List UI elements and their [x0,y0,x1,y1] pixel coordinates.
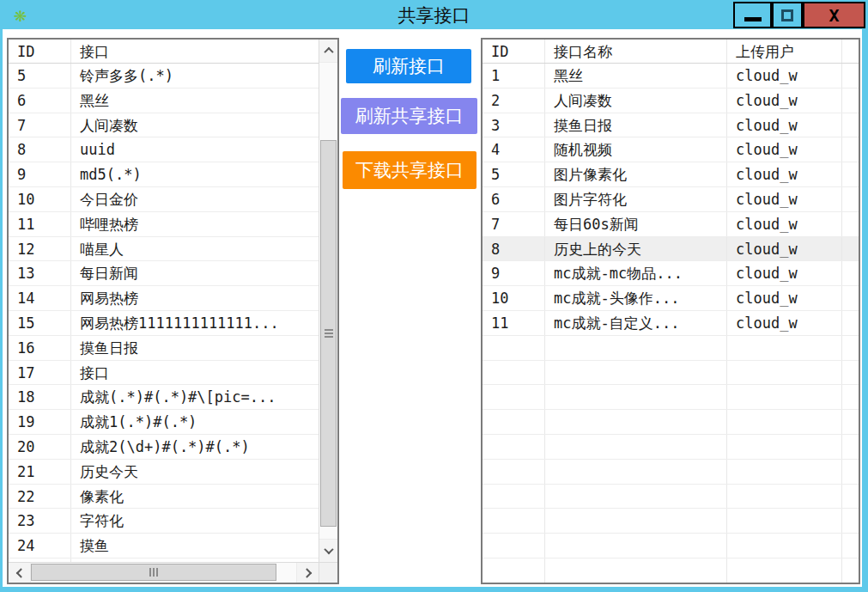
table-cell: 随机视频 [545,137,727,162]
table-row[interactable] [483,485,859,510]
app-window: ❋ 共享接口 X ID 接口 5铃声多多(.*)6黑丝7人间凑数8uuid9md… [0,0,868,592]
horizontal-scrollbar[interactable] [9,562,319,583]
table-cell: 12 [9,237,71,261]
table-row[interactable] [483,509,859,534]
table-cell: mc成就-mc物品... [545,261,727,285]
table-row[interactable] [483,410,859,435]
header-name[interactable]: 接口名称 [545,40,727,63]
table-cell [483,435,545,459]
table-row[interactable] [483,336,859,361]
table-row[interactable]: 11mc成就-自定义...cloud_w [483,311,859,336]
table-cell [842,137,859,162]
table-cell [545,336,727,360]
table-cell: uuid [71,137,319,162]
chevron-down-icon [324,545,333,554]
table-row[interactable]: 8历史上的今天cloud_w [483,237,859,262]
table-row[interactable]: 24摸鱼 [9,534,319,558]
table-cell: 2 [483,88,545,113]
table-cell: 24 [9,534,71,558]
table-cell: cloud_w [727,261,842,285]
table-row[interactable]: 2人间凑数cloud_w [483,88,859,113]
table-row[interactable]: 10今日金价 [9,187,319,212]
table-row[interactable]: 20成就2(\d+)#(.*)#(.*) [9,435,319,460]
table-row[interactable]: 14网易热榜 [9,286,319,311]
table-cell: 13 [9,261,71,285]
table-cell: 历史今天 [71,460,319,484]
table-cell: 18 [9,385,71,409]
scroll-down-button[interactable] [319,539,337,562]
table-cell [483,385,545,409]
table-row[interactable]: 22像素化 [9,485,319,510]
table-row[interactable]: 3摸鱼日报cloud_w [483,113,859,138]
close-button[interactable]: X [803,2,865,28]
download-shared-interface-button[interactable]: 下载共享接口 [343,151,476,189]
table-cell [727,534,842,558]
scroll-up-button[interactable] [319,40,337,63]
table-cell: 网易热榜1111111111111... [71,311,319,335]
table-cell: 7 [483,212,545,236]
header-filler [842,40,859,63]
table-row[interactable]: 7人间凑数 [9,113,319,138]
table-cell: 1 [483,64,545,88]
table-cell [483,485,545,509]
table-row[interactable]: 5图片像素化cloud_w [483,162,859,187]
table-row[interactable]: 8uuid [9,137,319,162]
table-cell: 人间凑数 [545,88,727,113]
table-row[interactable]: 9mc成就-mc物品...cloud_w [483,261,859,286]
table-cell [842,558,859,583]
table-cell [727,336,842,360]
table-cell: cloud_w [727,137,842,162]
table-row[interactable]: 12喵星人 [9,237,319,262]
titlebar[interactable]: ❋ 共享接口 X [0,0,868,29]
table-cell [545,485,727,509]
table-cell [842,113,859,137]
table-row[interactable]: 19成就1(.*)#(.*) [9,410,319,435]
table-row[interactable]: 18成就(.*)#(.*)#\[pic=... [9,385,319,410]
table-row[interactable]: 1黑丝cloud_w [483,64,859,88]
table-row[interactable] [483,385,859,410]
table-row[interactable]: 10mc成就-头像作...cloud_w [483,286,859,311]
table-cell [842,237,859,261]
table-cell: 摸鱼日报 [545,113,727,137]
table-cell: cloud_w [727,212,842,236]
table-row[interactable]: 7每日60s新闻cloud_w [483,212,859,237]
scroll-right-button[interactable] [296,563,319,583]
maximize-icon [781,9,793,21]
table-cell [483,534,545,558]
header-id[interactable]: ID [9,40,71,63]
table-row[interactable] [483,460,859,485]
table-row[interactable]: 16摸鱼日报 [9,336,319,361]
vertical-scrollbar[interactable] [319,40,337,562]
table-row[interactable]: 15网易热榜1111111111111... [9,311,319,336]
refresh-shared-interface-button[interactable]: 刷新共享接口 [341,98,477,134]
table-cell: 6 [9,88,71,113]
table-row[interactable]: 6黑丝 [9,88,319,113]
maximize-button[interactable] [772,2,803,28]
local-table-body: 5铃声多多(.*)6黑丝7人间凑数8uuid9md5(.*)10今日金价11哔哩… [9,64,319,562]
table-row[interactable] [483,534,859,558]
minimize-button[interactable] [733,2,772,28]
refresh-interface-button[interactable]: 刷新接口 [346,49,471,83]
table-row[interactable] [483,435,859,460]
table-cell: 11 [483,311,545,335]
table-row[interactable]: 13每日新闻 [9,261,319,286]
horizontal-scroll-thumb[interactable] [31,564,276,581]
table-row[interactable]: 23字符化 [9,509,319,534]
header-upload-user[interactable]: 上传用户 [727,40,842,63]
table-row[interactable]: 11哔哩热榜 [9,212,319,237]
table-row[interactable]: 4随机视频cloud_w [483,137,859,162]
table-cell [545,558,727,583]
table-row[interactable]: 21历史今天 [9,460,319,485]
vertical-scroll-thumb[interactable] [320,140,337,527]
table-row[interactable] [483,558,859,583]
scroll-left-button[interactable] [9,563,31,583]
table-row[interactable]: 9md5(.*) [9,162,319,187]
header-interface[interactable]: 接口 [71,40,319,63]
table-row[interactable]: 5铃声多多(.*) [9,64,319,88]
table-cell: 4 [483,137,545,162]
table-row[interactable]: 6图片字符化cloud_w [483,187,859,212]
table-cell [842,509,859,533]
table-row[interactable]: 17接口 [9,361,319,386]
table-row[interactable] [483,361,859,386]
header-id[interactable]: ID [483,40,545,63]
